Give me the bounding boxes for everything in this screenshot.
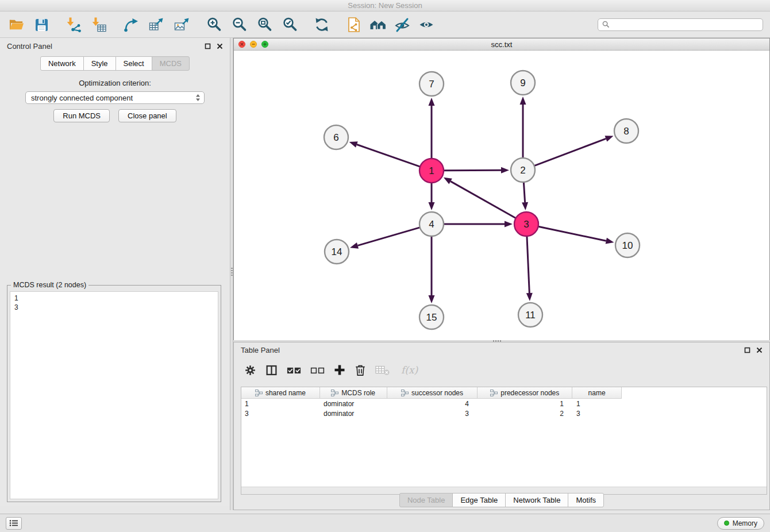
graph-edge-3-1[interactable] xyxy=(451,182,516,218)
network-window-titlebar[interactable]: scc.txt xyxy=(234,38,769,51)
tab-select[interactable]: Select xyxy=(116,56,152,71)
graph-edge-arrowhead xyxy=(501,167,509,174)
mcds-result-list[interactable]: 1 3 xyxy=(10,291,218,499)
graph-node-label: 11 xyxy=(525,310,536,321)
tab-mcds[interactable]: MCDS xyxy=(152,56,190,71)
select-all-button[interactable] xyxy=(287,365,301,375)
new-table-button[interactable] xyxy=(147,14,165,35)
task-list-icon xyxy=(9,519,18,527)
splitter-grip[interactable] xyxy=(231,268,233,276)
tab-style[interactable]: Style xyxy=(83,56,116,71)
zoom-fit-button[interactable] xyxy=(255,14,274,35)
tab-edge-table[interactable]: Edge Table xyxy=(452,493,506,507)
graph-edge-3-11[interactable] xyxy=(527,236,529,293)
tab-network[interactable]: Network xyxy=(40,56,84,71)
save-session-button[interactable] xyxy=(32,14,51,35)
open-session-button[interactable] xyxy=(345,14,363,35)
tab-motifs[interactable]: Motifs xyxy=(568,493,604,507)
table-panel-header: Table Panel xyxy=(234,342,769,357)
graph-edge-arrowhead xyxy=(429,98,435,106)
cell-predecessor-nodes[interactable]: 2 xyxy=(478,409,573,418)
graphics-details-button[interactable] xyxy=(393,14,411,35)
show-hide-button[interactable] xyxy=(417,14,436,35)
show-columns-button[interactable] xyxy=(265,364,278,376)
graph-edge-arrowhead xyxy=(505,221,513,228)
table-header-row: shared name MCDS role successor nodes pr… xyxy=(241,387,622,399)
graph-node-label: 15 xyxy=(426,312,437,323)
import-table-button[interactable] xyxy=(90,14,108,35)
column-header-name[interactable]: name xyxy=(572,387,621,398)
table-settings-button[interactable] xyxy=(244,364,256,376)
control-panel: Control Panel Network Style Select MCDS … xyxy=(0,38,230,506)
column-header-predecessor-nodes[interactable]: predecessor nodes xyxy=(478,387,572,398)
columns-icon xyxy=(265,364,278,376)
import-network-button[interactable] xyxy=(64,14,83,35)
zoom-out-button[interactable] xyxy=(230,14,248,35)
criterion-dropdown[interactable]: strongly connected component xyxy=(25,91,205,104)
mcds-actions: Run MCDS Close panel xyxy=(0,109,230,122)
open-file-button[interactable] xyxy=(7,14,25,35)
close-panel-icon[interactable] xyxy=(217,43,223,49)
table-row[interactable]: 1 dominator 4 1 1 xyxy=(241,399,767,408)
search-box[interactable] xyxy=(598,18,763,31)
graph-edge-3-10[interactable] xyxy=(538,226,606,241)
delete-button[interactable] xyxy=(355,364,366,376)
network-graph[interactable]: 7968124314101511 xyxy=(234,51,769,340)
task-history-button[interactable] xyxy=(6,517,22,530)
memory-button[interactable]: Memory xyxy=(717,517,764,530)
graph-edge-arrowhead xyxy=(520,97,526,105)
close-table-panel-icon[interactable] xyxy=(756,347,763,353)
graph-edge-1-2[interactable] xyxy=(444,170,501,171)
cell-shared-name[interactable]: 1 xyxy=(241,399,320,408)
table-row[interactable]: 3 dominator 3 2 3 xyxy=(241,409,767,418)
plus-icon xyxy=(334,364,345,376)
function-builder-button[interactable]: f(x) xyxy=(401,364,418,376)
view-group xyxy=(345,14,436,35)
search-icon xyxy=(602,21,610,28)
window-zoom-button[interactable] xyxy=(261,41,268,48)
add-row-button[interactable] xyxy=(334,364,345,376)
cell-successor-nodes[interactable]: 3 xyxy=(387,409,478,418)
zoom-selected-button[interactable] xyxy=(280,14,299,35)
graph-edge-2-3[interactable] xyxy=(523,182,525,202)
cell-mcds-role[interactable]: dominator xyxy=(320,409,387,418)
first-neighbors-button[interactable] xyxy=(369,14,387,35)
window-minimize-button[interactable] xyxy=(250,41,257,48)
zoom-fit-icon xyxy=(257,17,272,32)
close-panel-button[interactable]: Close panel xyxy=(118,109,176,122)
graph-edge-1-6[interactable] xyxy=(357,145,420,167)
graph-edge-2-8[interactable] xyxy=(534,138,606,165)
float-table-panel-icon[interactable] xyxy=(744,347,750,353)
window-titlebar[interactable]: Session: New Session xyxy=(0,0,770,11)
cell-predecessor-nodes[interactable]: 1 xyxy=(478,399,573,408)
zoom-in-button[interactable] xyxy=(205,14,223,35)
graph-edge-arrowhead xyxy=(349,141,358,147)
tab-network-table[interactable]: Network Table xyxy=(505,493,568,507)
column-type-icon xyxy=(490,390,498,396)
cell-name[interactable]: 3 xyxy=(573,409,622,418)
search-input[interactable] xyxy=(613,20,759,30)
export-image-button[interactable] xyxy=(172,14,191,35)
column-type-icon xyxy=(401,390,409,396)
cell-successor-nodes[interactable]: 4 xyxy=(387,399,478,408)
column-header-shared-name[interactable]: shared name xyxy=(241,387,320,398)
memory-label: Memory xyxy=(733,519,757,527)
refresh-button[interactable] xyxy=(313,14,331,35)
run-mcds-button[interactable]: Run MCDS xyxy=(53,109,110,122)
control-panel-tabs: Network Style Select MCDS xyxy=(0,56,230,71)
tab-node-table[interactable]: Node Table xyxy=(399,493,453,507)
float-panel-icon[interactable] xyxy=(205,43,211,49)
column-header-mcds-role[interactable]: MCDS role xyxy=(320,387,387,398)
window-close-button[interactable] xyxy=(238,41,245,48)
graph-edge-4-14[interactable] xyxy=(357,228,419,246)
new-table-icon xyxy=(148,17,164,33)
deselect-all-button[interactable] xyxy=(310,365,325,375)
cell-name[interactable]: 1 xyxy=(573,399,622,408)
column-header-successor-nodes[interactable]: successor nodes xyxy=(387,387,478,398)
cell-mcds-role[interactable]: dominator xyxy=(320,399,387,408)
graph-edge-arrowhead xyxy=(605,136,614,141)
delete-column-button[interactable] xyxy=(375,365,390,376)
cell-shared-name[interactable]: 3 xyxy=(241,409,320,418)
new-network-button[interactable] xyxy=(122,14,140,35)
graph-node-label: 9 xyxy=(520,78,525,88)
